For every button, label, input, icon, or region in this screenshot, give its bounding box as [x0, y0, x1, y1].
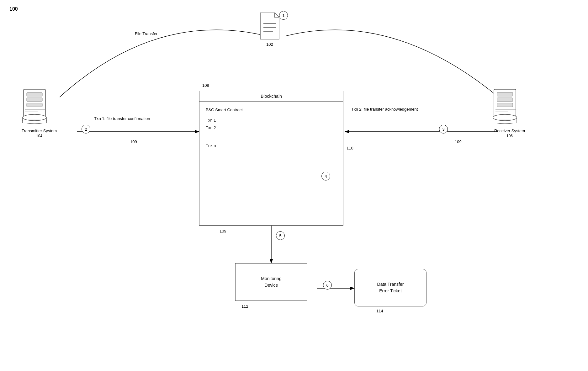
figure-number: 100: [9, 6, 18, 12]
document-ref: 102: [266, 42, 273, 47]
ticket-label: Data TransferError Ticket: [377, 281, 404, 294]
file-transfer-label: File Transfer: [135, 31, 157, 36]
svg-rect-10: [27, 92, 42, 96]
step-circle-3: 3: [439, 125, 448, 133]
ticket-ref: 114: [376, 309, 383, 313]
diagram-container: 100 1 102 File Transfer: [0, 0, 588, 371]
txn2-label: Txn 2: file transfer acknowledgement: [351, 107, 418, 112]
blockchain-content: B&C Smart Contract Txn 1 Txn 2 ... Tnx n: [199, 102, 343, 154]
ref-109-c: 109: [220, 229, 226, 233]
document-icon: 1 102: [257, 13, 282, 47]
receiver-label: Receiver System: [494, 128, 525, 133]
svg-rect-11: [27, 98, 42, 102]
monitoring-label: MonitoringDevice: [261, 275, 281, 289]
txn2-entry: Txn 2: [206, 124, 337, 131]
error-ticket-box: Data TransferError Ticket: [354, 269, 426, 306]
transmitter-system: Transmitter System 104: [19, 88, 60, 138]
receiver-system: Receiver System 106: [489, 88, 530, 138]
txn1-label: Txn 1: file transfer confirmation: [94, 116, 150, 122]
svg-point-19: [23, 114, 46, 121]
step-circle-5: 5: [276, 231, 285, 240]
step-circle-6: 6: [323, 281, 332, 290]
svg-rect-24: [497, 103, 513, 107]
ref-109-a: 109: [130, 139, 137, 144]
svg-rect-22: [497, 92, 513, 96]
svg-rect-23: [497, 98, 513, 102]
svg-rect-12: [27, 103, 42, 107]
blockchain-box: Blockchain B&C Smart Contract Txn 1 Txn …: [199, 91, 343, 226]
monitoring-ref: 112: [241, 304, 248, 309]
step-circle-4: 4: [321, 172, 330, 180]
ellipsis-entry: ...: [206, 131, 337, 138]
receiver-ref: 106: [506, 134, 513, 138]
monitoring-device-box: MonitoringDevice: [235, 263, 307, 301]
step-circle-2: 2: [82, 125, 90, 133]
transmitter-label: Transmitter System: [22, 128, 57, 133]
ref-109-b: 109: [455, 139, 462, 144]
step-circle-1: 1: [279, 11, 288, 20]
ref-110: 110: [347, 146, 353, 150]
txn1-entry: Txn 1: [206, 117, 337, 124]
blockchain-title: Blockchain: [199, 91, 343, 102]
blockchain-ref: 108: [202, 83, 209, 88]
txnN-entry: Tnx n: [206, 142, 337, 149]
svg-point-31: [493, 114, 517, 121]
smart-contract-label: B&C Smart Contract: [206, 106, 337, 113]
transmitter-ref: 104: [36, 134, 42, 138]
